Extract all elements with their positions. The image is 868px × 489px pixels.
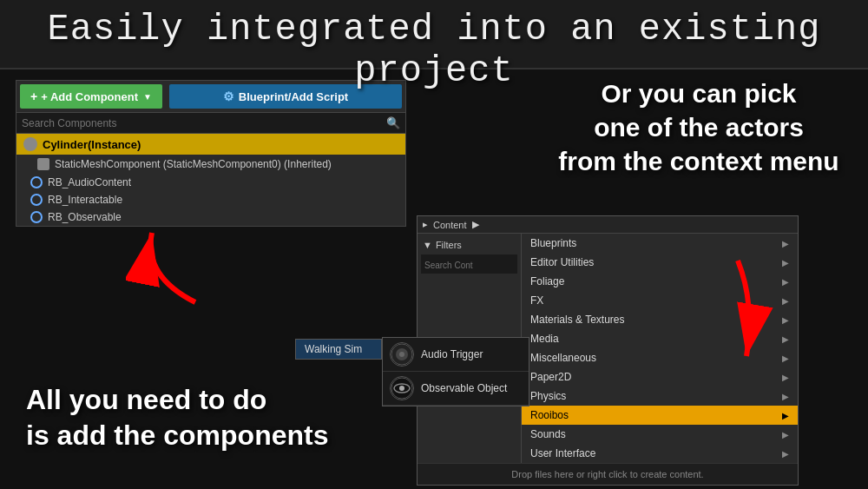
cylinder-icon <box>23 137 37 151</box>
search-input[interactable] <box>22 117 386 129</box>
chevron-right-icon: ▶ <box>782 411 789 420</box>
red-arrow-left <box>126 224 230 314</box>
audio-trigger-icon <box>390 342 414 367</box>
audio-trigger-item[interactable]: Audio Trigger <box>383 338 529 372</box>
content-label: Content <box>433 220 467 230</box>
menu-sounds-label: Sounds <box>530 428 566 440</box>
cylinder-label: Cylinder(Instance) <box>43 138 141 151</box>
interactable-icon <box>30 194 43 206</box>
observable-object-icon <box>390 376 414 400</box>
menu-miscellaneous-label: Miscellaneous <box>530 352 596 364</box>
bottom-left-text: All you need to do is add the components <box>26 382 328 454</box>
menu-physics[interactable]: Physics ▶ <box>522 387 798 406</box>
right-line1: Or you can pick <box>547 76 851 110</box>
drop-files-text: Drop files here or right click to create… <box>511 469 703 479</box>
rb-interactable-item[interactable]: RB_Interactable <box>16 191 405 208</box>
menu-rooibos-label: Rooibos <box>530 409 569 421</box>
actor-list: Audio Trigger Observable Object <box>382 337 529 406</box>
menu-rooibos[interactable]: Rooibos ▶ <box>522 406 798 425</box>
menu-user-interface-label: User Interface <box>530 447 595 459</box>
right-line2: one of the actors <box>547 110 851 144</box>
expand-icon: ▸ <box>423 219 428 230</box>
right-description-text: Or you can pick one of the actors from t… <box>547 76 851 178</box>
chevron-right-icon: ▶ <box>782 277 789 287</box>
chevron-down-icon: ▼ <box>143 92 152 102</box>
rb-audiocontent-item[interactable]: RB_AudioContent <box>16 174 405 191</box>
menu-blueprints[interactable]: Blueprints ▶ <box>522 234 798 253</box>
menu-media-label: Media <box>530 333 559 345</box>
search-cont <box>421 254 517 274</box>
search-cont-input[interactable] <box>424 261 514 270</box>
filters-header: ▼ Filters <box>418 237 521 253</box>
menu-paper2d-label: Paper2D <box>530 371 571 383</box>
menu-user-interface[interactable]: User Interface ▶ <box>522 444 798 463</box>
filters-label: Filters <box>436 240 462 250</box>
cylinder-instance-item[interactable]: Cylinder(Instance) <box>16 134 405 155</box>
chevron-right-icon: ▶ <box>782 392 789 401</box>
svg-point-7 <box>399 386 404 391</box>
svg-point-4 <box>399 352 404 357</box>
menu-editor-label: Editor Utilities <box>530 256 594 268</box>
menu-sounds[interactable]: Sounds ▶ <box>522 425 798 444</box>
content-arrow-icon: ▶ <box>472 219 479 230</box>
menu-physics-label: Physics <box>530 390 566 402</box>
chevron-right-icon: ▶ <box>782 239 789 248</box>
menu-fx-label: FX <box>530 294 543 307</box>
chevron-right-icon: ▶ <box>782 449 789 459</box>
chevron-right-icon: ▶ <box>782 334 789 344</box>
menu-blueprints-label: Blueprints <box>530 237 576 249</box>
walking-sim-label: Walking Sim <box>305 343 362 355</box>
filter-icon: ▼ <box>423 240 432 250</box>
rb-observable-label: RB_Observable <box>48 211 122 223</box>
drop-files-bar: Drop files here or right click to create… <box>418 463 798 485</box>
walking-sim-submenu: Walking Sim <box>295 339 382 360</box>
red-arrow-right <box>694 252 781 377</box>
chevron-right-icon: ▶ <box>782 296 789 306</box>
chevron-right-icon: ▶ <box>782 258 789 268</box>
static-mesh-label: StaticMeshComponent (StaticMeshComponent… <box>55 158 332 170</box>
rb-interactable-label: RB_Interactable <box>48 194 122 206</box>
component-list: Cylinder(Instance) StaticMeshComponent (… <box>16 134 405 226</box>
observable-object-label: Observable Object <box>421 382 507 394</box>
walking-sim-item[interactable]: Walking Sim <box>296 340 381 359</box>
menu-foliage-label: Foliage <box>530 275 564 287</box>
component-browser: + + Add Component ▼ ⚙ Blueprint/Add Scri… <box>16 80 406 227</box>
search-bar: 🔍 <box>16 113 405 134</box>
chevron-right-icon: ▶ <box>782 354 789 363</box>
audio-content-icon <box>30 176 43 188</box>
rb-observable-item[interactable]: RB_Observable <box>16 208 405 226</box>
mesh-icon <box>37 158 49 170</box>
bottom-line1: All you need to do <box>26 382 328 419</box>
chevron-right-icon: ▶ <box>782 430 789 439</box>
right-line3: from the context menu <box>547 144 851 178</box>
audio-trigger-label: Audio Trigger <box>421 348 483 360</box>
chevron-right-icon: ▶ <box>782 315 789 325</box>
search-icon: 🔍 <box>386 116 400 129</box>
chevron-right-icon: ▶ <box>782 373 789 382</box>
observable-object-item[interactable]: Observable Object <box>383 372 529 406</box>
static-mesh-item[interactable]: StaticMeshComponent (StaticMeshComponent… <box>16 155 405 174</box>
menu-materials-label: Materials & Textures <box>530 314 625 326</box>
observable-icon <box>30 211 43 223</box>
bottom-line2: is add the components <box>26 418 328 454</box>
rb-audiocontent-label: RB_AudioContent <box>48 176 131 188</box>
content-bar: ▸ Content ▶ <box>418 216 798 234</box>
